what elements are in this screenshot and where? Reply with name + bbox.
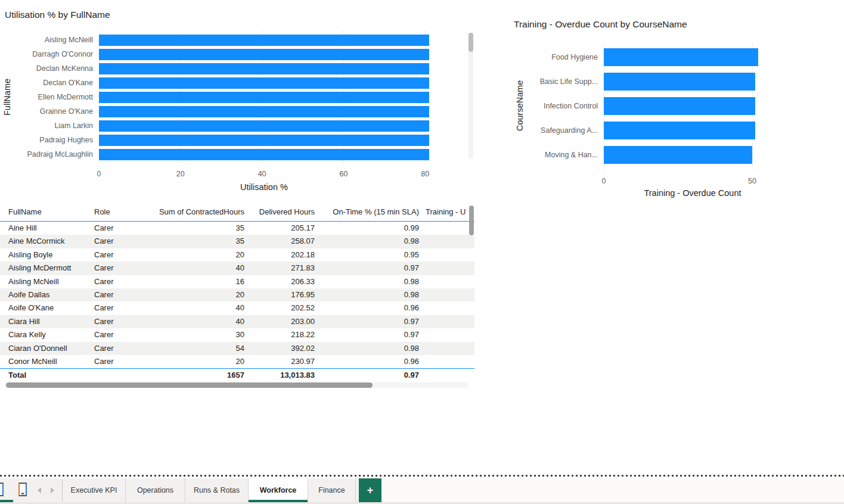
- cell: 35: [147, 222, 244, 235]
- total-cell: 13,013.83: [244, 369, 315, 382]
- active-view-underline: [0, 500, 13, 502]
- mobile-view-icon[interactable]: [18, 483, 27, 496]
- table-vertical-scrollbar-thumb[interactable]: [469, 206, 474, 235]
- column-header[interactable]: FullName: [8, 203, 94, 221]
- x-tick-label: 0: [97, 170, 101, 178]
- data-bar[interactable]: [604, 97, 755, 115]
- cell: Carer: [94, 328, 147, 341]
- x-tick-label: 40: [258, 170, 266, 178]
- x-tick-label: 60: [339, 170, 347, 178]
- cell: 20: [147, 355, 244, 368]
- cell: Aisling Boyle: [8, 248, 94, 262]
- cell: Carer: [94, 222, 147, 235]
- table-row[interactable]: Aine HillCarer35205.170.99: [0, 222, 474, 235]
- x-tick-label: 80: [421, 170, 429, 178]
- column-header[interactable]: On-Time % (15 min SLA): [315, 203, 419, 221]
- x-axis-ticks: 050: [604, 177, 765, 186]
- table-row[interactable]: Aoife O'KaneCarer40202.520.96: [0, 301, 474, 315]
- tab-operations[interactable]: Operations: [126, 478, 185, 502]
- data-bar[interactable]: [604, 73, 755, 91]
- x-axis-title: Training - Overdue Count: [604, 188, 781, 198]
- table-row[interactable]: Ciara HillCarer40203.000.97: [0, 315, 474, 328]
- cell: 0.98: [315, 342, 419, 355]
- table-row[interactable]: Aisling BoyleCarer20202.180.95: [0, 248, 474, 262]
- table-row[interactable]: Aisling McDermottCarer40271.830.97: [0, 262, 474, 275]
- column-header[interactable]: Sum of ContractedHours: [147, 203, 244, 221]
- table-horizontal-scrollbar[interactable]: [5, 382, 468, 388]
- tab-finance[interactable]: Finance: [308, 478, 356, 502]
- data-bar[interactable]: [99, 149, 429, 160]
- data-bar[interactable]: [99, 77, 429, 89]
- data-bar[interactable]: [604, 48, 758, 66]
- column-header[interactable]: Role: [94, 203, 147, 221]
- table-row[interactable]: Aine McCormickCarer35258.070.98: [0, 235, 474, 248]
- cell: 40: [147, 301, 244, 315]
- chart-bar-row: Infection Control: [514, 94, 770, 118]
- chart-bar-row: Safeguarding A...: [514, 118, 770, 142]
- data-bar[interactable]: [99, 49, 429, 60]
- cell: [419, 222, 474, 235]
- cell: 203.00: [244, 315, 315, 328]
- data-bar[interactable]: [99, 106, 429, 117]
- scrollbar-thumb[interactable]: [6, 382, 373, 388]
- data-bar[interactable]: [99, 35, 429, 46]
- workforce-table: FullNameRoleSum of ContractedHoursDelive…: [0, 203, 474, 388]
- table-row[interactable]: Aisling McNeillCarer16206.330.98: [0, 275, 474, 288]
- chart-bar-row: Grainne O'Kane: [0, 104, 457, 119]
- data-bar[interactable]: [604, 146, 752, 164]
- table-row[interactable]: Ciaran O'DonnellCarer54392.020.98: [0, 342, 474, 355]
- category-label: Padraig McLaughlin: [0, 150, 99, 158]
- prev-page-chevron-icon[interactable]: [38, 487, 41, 493]
- tab-label: Workforce: [260, 486, 297, 494]
- table-row[interactable]: Ciara KellyCarer30218.220.97: [0, 328, 474, 341]
- bar-track: [604, 122, 770, 139]
- x-axis-title: Utilisation %: [99, 182, 429, 192]
- cell: Ciara Kelly: [8, 328, 94, 341]
- cell: [419, 248, 474, 262]
- x-tick-label: 20: [176, 170, 185, 178]
- cell: 30: [147, 328, 244, 341]
- cell: Carer: [94, 275, 147, 288]
- data-bar[interactable]: [604, 122, 755, 139]
- tab-executive-kpi[interactable]: Executive KPI: [63, 478, 126, 502]
- data-bar[interactable]: [99, 63, 429, 74]
- chart-title: Utilisation % by FullName: [5, 10, 110, 20]
- chart-bar-row: Ellen McDermott: [0, 90, 457, 104]
- bar-track: [99, 77, 457, 89]
- add-page-button[interactable]: +: [359, 478, 381, 502]
- cell: [419, 301, 474, 315]
- column-header[interactable]: Delivered Hours: [244, 203, 315, 221]
- category-label: Aisling McNeill: [0, 36, 99, 44]
- cell: Aisling McNeill: [8, 275, 94, 288]
- tab-runs-rotas[interactable]: Runs & Rotas: [185, 478, 249, 502]
- chart-vertical-scrollbar[interactable]: [468, 33, 473, 159]
- cell: 35: [147, 235, 244, 248]
- cell: Ciaran O'Donnell: [8, 342, 94, 355]
- bar-rows: Aisling McNeillDarragh O'ConnorDeclan Mc…: [0, 33, 457, 161]
- cell: Aine Hill: [8, 222, 94, 235]
- data-bar[interactable]: [99, 135, 429, 146]
- table-row[interactable]: Conor McNeillCarer20230.970.96: [0, 355, 474, 368]
- column-header[interactable]: Training - U: [419, 203, 474, 221]
- cell: Aoife O'Kane: [8, 301, 94, 315]
- cell: 392.02: [244, 342, 315, 355]
- x-tick-label: 0: [602, 177, 606, 185]
- bar-track: [604, 48, 770, 66]
- cell: 16: [147, 275, 244, 288]
- bar-track: [99, 63, 457, 74]
- tab-workforce[interactable]: Workforce: [249, 478, 308, 502]
- utilisation-bar-chart: Utilisation % by FullName FullName Aisli…: [0, 0, 477, 200]
- data-bar[interactable]: [99, 92, 429, 103]
- cell: 40: [147, 262, 244, 275]
- data-bar[interactable]: [99, 120, 429, 132]
- cell: 206.33: [244, 275, 315, 288]
- report-view-icon[interactable]: [0, 483, 4, 496]
- next-page-chevron-icon[interactable]: [51, 487, 54, 493]
- table-row[interactable]: Aoife DallasCarer20176.950.98: [0, 288, 474, 301]
- chart-bar-row: Declan McKenna: [0, 61, 457, 76]
- cell: Aisling McDermott: [8, 262, 94, 275]
- bar-track: [99, 120, 457, 132]
- scrollbar-thumb[interactable]: [468, 33, 473, 52]
- total-cell: 1657: [147, 369, 244, 382]
- cell: [419, 328, 474, 341]
